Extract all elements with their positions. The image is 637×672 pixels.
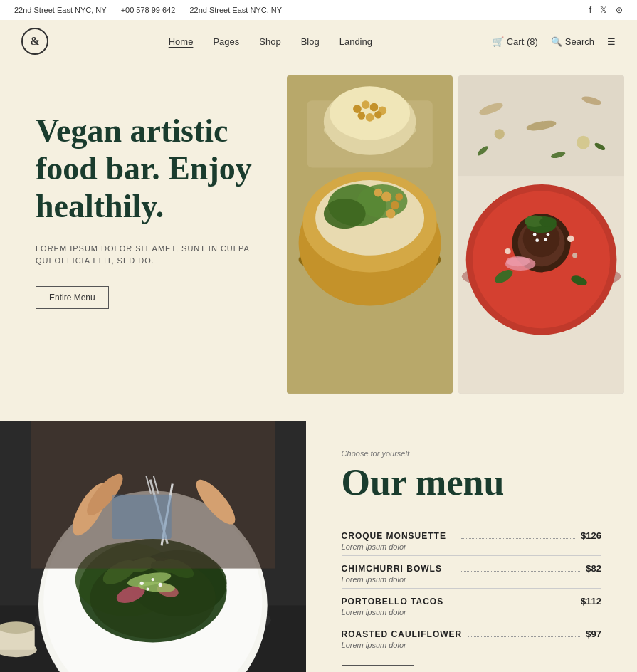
- svg-point-44: [572, 253, 577, 258]
- section-divider: [0, 406, 637, 421]
- svg-point-77: [146, 588, 149, 591]
- menu-item-price-3: $97: [586, 629, 601, 639]
- social-facebook[interactable]: f: [589, 5, 591, 15]
- menu-section-right: Choose for yourself Our menu CROQUE MONS…: [306, 421, 637, 672]
- hero-title: Vegan artistic food bar. Enjoy healthily…: [36, 112, 258, 226]
- svg-point-51: [577, 136, 590, 149]
- search-button[interactable]: 🔍 Search: [551, 36, 594, 47]
- svg-point-76: [159, 583, 162, 587]
- social-twitter[interactable]: 𝕏: [600, 5, 607, 15]
- topbar-left: 22nd Street East NYC, NY +00 578 99 642 …: [14, 6, 282, 14]
- search-label: Search: [565, 36, 594, 47]
- menu-section-image: [0, 421, 306, 672]
- menu-section: Choose for yourself Our menu CROQUE MONS…: [0, 421, 637, 672]
- svg-point-18: [353, 105, 362, 113]
- social-instagram[interactable]: ⊙: [616, 5, 623, 15]
- menu-item-name-1: CHIMCHURRI BOWLS: [342, 564, 456, 574]
- nav-right: 🛒 Cart (8) 🔍 Search ☰: [493, 36, 616, 47]
- nav-links: Home Pages Shop Blog Landing: [169, 36, 372, 47]
- svg-point-52: [495, 129, 505, 139]
- svg-point-35: [544, 238, 547, 241]
- svg-rect-86: [112, 495, 172, 539]
- phone: +00 578 99 642: [121, 6, 176, 14]
- nav-item-pages[interactable]: Pages: [213, 36, 239, 47]
- menu-cta-button[interactable]: Entire Menu: [342, 665, 415, 672]
- svg-point-9: [381, 191, 391, 201]
- hero-text: Vegan artistic food bar. Enjoy healthily…: [0, 63, 287, 406]
- navbar: & Home Pages Shop Blog Landing 🛒 Cart (8…: [0, 20, 637, 63]
- menu-item-price-1: $82: [586, 563, 601, 574]
- address1: 22nd Street East NYC, NY: [14, 6, 107, 14]
- menu-item-dots-0: [461, 530, 575, 539]
- svg-point-41: [506, 256, 530, 266]
- svg-point-11: [386, 209, 395, 219]
- nav-item-shop[interactable]: Shop: [259, 36, 280, 47]
- nav-item-blog[interactable]: Blog: [301, 36, 320, 47]
- menu-title: Our menu: [342, 462, 601, 503]
- hero-images: [287, 63, 637, 406]
- menu-item-3: ROASTED CAULIFLOWER $97 Lorem ipsum dolo…: [342, 621, 601, 653]
- svg-point-24: [374, 111, 382, 119]
- menu-tag: Choose for yourself: [342, 449, 601, 458]
- svg-point-42: [567, 236, 574, 242]
- hamburger-menu[interactable]: ☰: [607, 36, 616, 47]
- topbar-social: f 𝕏 ⊙: [589, 5, 623, 15]
- hamburger-icon: ☰: [607, 36, 616, 47]
- hero-section: Vegan artistic food bar. Enjoy healthily…: [0, 63, 637, 406]
- cart-label: Cart (8): [507, 36, 538, 47]
- menu-item-name-2: PORTOBELLO TACOS: [342, 597, 456, 607]
- svg-point-36: [535, 238, 539, 242]
- search-icon: 🔍: [551, 36, 562, 47]
- hero-subtitle: LOREM IPSUM DOLOR SIT AMET, SUNT IN CULP…: [36, 243, 258, 268]
- svg-point-13: [374, 189, 382, 197]
- menu-item-price-2: $112: [581, 596, 601, 607]
- menu-item-0: CROQUE MONSUETTE $126 Lorem ipsum dolor: [342, 523, 601, 555]
- topbar: 22nd Street East NYC, NY +00 578 99 642 …: [0, 0, 637, 20]
- menu-item-desc-0: Lorem ipsum dolor: [342, 542, 601, 551]
- nav-item-home[interactable]: Home: [169, 36, 194, 47]
- svg-point-10: [391, 201, 399, 209]
- menu-item-desc-1: Lorem ipsum dolor: [342, 575, 601, 584]
- address2: 22nd Street East NYC, NY: [189, 6, 282, 14]
- menu-item-2: PORTOBELLO TACOS $112 Lorem ipsum dolor: [342, 588, 601, 621]
- menu-item-dots-3: [468, 629, 580, 637]
- svg-point-75: [152, 578, 154, 581]
- menu-item-price-0: $126: [581, 530, 601, 541]
- svg-point-74: [140, 582, 144, 585]
- hero-cta-button[interactable]: Entire Menu: [36, 286, 109, 309]
- hero-food-plate-image: [458, 75, 624, 394]
- svg-point-34: [546, 233, 549, 236]
- menu-item-desc-3: Lorem ipsum dolor: [342, 641, 601, 649]
- menu-item-dots-2: [461, 596, 575, 604]
- menu-item-name-3: ROASTED CAULIFLOWER: [342, 629, 463, 639]
- menu-item-desc-2: Lorem ipsum dolor: [342, 608, 601, 616]
- menu-item-name-0: CROQUE MONSUETTE: [342, 531, 456, 541]
- svg-point-39: [539, 217, 557, 227]
- hero-food-bowl-image: [287, 75, 453, 394]
- svg-point-20: [369, 103, 378, 112]
- nav-logo[interactable]: &: [21, 28, 48, 55]
- svg-point-43: [505, 248, 510, 254]
- svg-point-32: [533, 233, 537, 236]
- menu-item-dots-1: [461, 563, 581, 572]
- svg-point-22: [357, 112, 365, 120]
- cart-button[interactable]: 🛒 Cart (8): [493, 36, 538, 47]
- cart-icon: 🛒: [493, 36, 504, 47]
- svg-point-19: [362, 100, 370, 109]
- svg-point-8: [324, 199, 366, 229]
- menu-item-1: CHIMCHURRI BOWLS $82 Lorem ipsum dolor: [342, 555, 601, 588]
- svg-point-23: [365, 113, 374, 122]
- nav-item-landing[interactable]: Landing: [339, 36, 372, 47]
- svg-point-12: [395, 193, 403, 201]
